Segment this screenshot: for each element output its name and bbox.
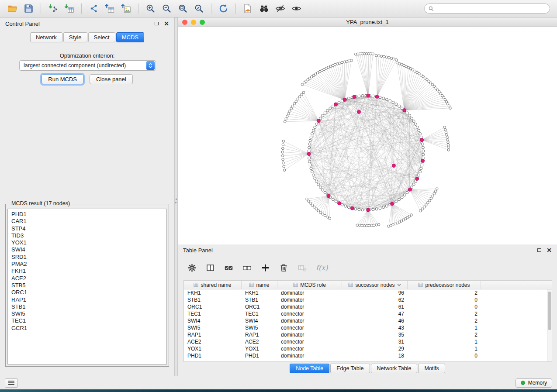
zoom-in-button[interactable]	[143, 2, 158, 15]
table-row[interactable]: RAP1RAP1dominator352	[184, 331, 547, 338]
column-header-mcds-role[interactable]: MCDS role	[277, 281, 342, 289]
toolbar-separator	[138, 3, 138, 14]
criterion-select[interactable]: largest connected component (undirected)	[19, 60, 156, 71]
cell-shared-name: RAP1	[184, 332, 242, 338]
hide-selected-button[interactable]	[273, 2, 287, 15]
add-row-button[interactable]	[261, 263, 270, 272]
columns-button[interactable]	[206, 263, 215, 272]
import-table-button[interactable]	[62, 2, 76, 15]
close-window-button[interactable]	[182, 20, 187, 25]
table-row[interactable]: ACE2ACE2connector311	[184, 338, 547, 345]
mcds-result-list: PHD1CAR1STP4TID3YOX1SWI4SRD1PMA2FKH1ACE2…	[7, 209, 167, 364]
tab-mcds[interactable]: MCDS	[116, 32, 144, 42]
status-menu-button[interactable]	[5, 378, 18, 388]
table-row[interactable]: FKH1FKH1dominator962	[184, 289, 547, 296]
table-row[interactable]: ORC1ORC1dominator610	[184, 303, 547, 310]
open-file-button[interactable]	[5, 2, 20, 15]
run-mcds-button[interactable]: Run MCDS	[42, 74, 83, 84]
column-header-successor-nodes[interactable]: successor nodes	[342, 281, 408, 289]
tab-select[interactable]: Select	[88, 32, 115, 42]
scrollbar-thumb[interactable]	[548, 292, 551, 330]
mcds-result-item[interactable]: SWI4	[11, 246, 163, 253]
cell-shared-name: YOX1	[184, 346, 242, 352]
export-table-button[interactable]	[103, 2, 117, 15]
share-document-button[interactable]	[241, 2, 255, 15]
mcds-result-item[interactable]: ORC1	[11, 289, 163, 296]
minimize-window-button[interactable]	[191, 20, 196, 25]
cell-mcds-role: connector	[277, 325, 342, 331]
table-header: shared namenameMCDS rolesuccessor nodesp…	[184, 281, 552, 289]
table-row[interactable]: SWI4SWI4dominator462	[184, 317, 547, 324]
panel-splitter[interactable]: ◂▸	[174, 17, 178, 376]
zoom-fit-button[interactable]	[176, 2, 190, 15]
zoom-selected-button[interactable]	[192, 2, 206, 15]
cell-predecessor-nodes: 1	[408, 339, 481, 345]
mcds-result-item[interactable]: SRD1	[11, 254, 163, 261]
mcds-result-item[interactable]: SWI5	[11, 310, 163, 317]
table-toolbar: f(x)	[178, 257, 557, 279]
float-table-panel-icon[interactable]	[537, 248, 541, 252]
float-panel-icon[interactable]	[155, 22, 159, 25]
tab-network-table[interactable]: Network Table	[371, 364, 418, 373]
mcds-result-item[interactable]: PMA2	[11, 261, 163, 268]
mcds-result-item[interactable]: ACE2	[11, 275, 163, 282]
save-icon	[24, 3, 34, 14]
tab-motifs[interactable]: Motifs	[418, 364, 445, 373]
mcds-result-item[interactable]: YOX1	[11, 239, 163, 246]
export-network-button[interactable]	[86, 2, 101, 15]
share-document-icon	[243, 3, 253, 14]
refresh-layout-button[interactable]	[216, 2, 231, 15]
mcds-result-item[interactable]: TID3	[11, 232, 163, 239]
delete-rows-button[interactable]	[279, 263, 288, 272]
cell-predecessor-nodes: 2	[408, 290, 481, 296]
tab-edge-table[interactable]: Edge Table	[330, 364, 370, 373]
table-row[interactable]: PHD1PHD1dominator180	[184, 352, 547, 359]
cell-predecessor-nodes: 1	[408, 346, 481, 352]
tab-node-table[interactable]: Node Table	[290, 364, 329, 373]
mcds-result-item[interactable]: FKH1	[11, 268, 163, 275]
search-network-button[interactable]	[257, 2, 271, 15]
close-panel-icon[interactable]: ✕	[164, 21, 169, 27]
zoom-selected-icon	[194, 3, 204, 14]
mcds-result-item[interactable]: STP4	[11, 225, 163, 232]
mcds-result-item[interactable]: RAP1	[11, 296, 163, 303]
mcds-result-box: MCDS result (17 nodes) PHD1CAR1STP4TID3Y…	[5, 204, 169, 367]
column-header-predecessor-nodes[interactable]: predecessor nodes	[408, 281, 481, 289]
mcds-result-item[interactable]: CAR1	[11, 218, 163, 225]
close-panel-button[interactable]: Close panel	[90, 74, 133, 84]
tab-style[interactable]: Style	[63, 32, 87, 42]
table-row[interactable]: TEC1TEC1connector472	[184, 310, 547, 317]
column-header-shared-name[interactable]: shared name	[184, 281, 242, 289]
import-network-button[interactable]	[46, 2, 60, 15]
tab-network[interactable]: Network	[30, 32, 62, 42]
zoom-window-button[interactable]	[200, 20, 205, 25]
table-scrollbar[interactable]	[547, 289, 552, 361]
export-image-button[interactable]	[119, 2, 133, 15]
column-header-name[interactable]: name	[242, 281, 277, 289]
network-canvas[interactable]	[178, 27, 557, 244]
mcds-result-item[interactable]: GCR1	[11, 325, 163, 332]
close-table-panel-icon[interactable]: ✕	[547, 247, 552, 253]
mcds-result-item[interactable]: STB5	[11, 282, 163, 289]
mcds-result-item[interactable]: PHD1	[11, 211, 163, 218]
mcds-result-item[interactable]: STB1	[11, 303, 163, 310]
table-row[interactable]: YOX1YOX1connector291	[184, 345, 547, 352]
table-row[interactable]: STB1STB1dominator620	[184, 296, 547, 303]
search-input[interactable]	[436, 6, 546, 12]
settings-button[interactable]	[187, 263, 197, 272]
cell-predecessor-nodes: 2	[408, 332, 481, 338]
cell-name: FKH1	[242, 290, 277, 296]
deselect-all-button[interactable]	[242, 263, 252, 272]
import-table-icon	[64, 3, 74, 14]
save-button[interactable]	[21, 2, 36, 15]
show-all-button[interactable]	[289, 2, 304, 15]
zoom-out-button[interactable]	[159, 2, 174, 15]
memory-button[interactable]: Memory	[515, 378, 552, 388]
cell-name: STB1	[242, 297, 277, 303]
table-row[interactable]: SWI5SWI5connector431	[184, 324, 547, 331]
mcds-result-item[interactable]: TEC1	[11, 317, 163, 324]
splitter-grip-icon[interactable]: ◂▸	[175, 197, 177, 204]
open-file-icon	[7, 3, 17, 14]
select-all-button[interactable]	[224, 263, 233, 272]
network-graph	[178, 27, 557, 244]
